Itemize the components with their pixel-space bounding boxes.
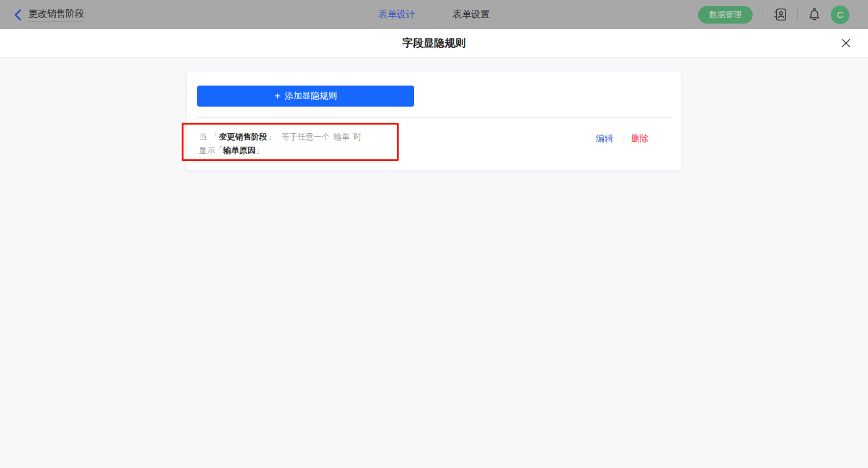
rule-action-label: 显示 [199,146,215,155]
rule-description: 当「变更销售阶段」等于任意一个输单时 显示「输单原因」 [199,130,361,157]
rule-target-field: 输单原因 [223,146,255,155]
notification-bell-icon[interactable] [808,7,821,22]
form-name-editable[interactable]: 更改销售阶段 [29,8,84,22]
bracket: 」 [255,146,264,155]
user-avatar[interactable]: C [831,6,849,24]
plus-icon: + [275,92,280,100]
contacts-book-icon[interactable] [773,7,787,22]
tab-form-settings[interactable]: 表单设置 [453,9,490,20]
add-rule-label: 添加显隐规则 [285,91,337,102]
topbar-left-group: 更改销售阶段 [14,0,84,29]
rules-card: + 添加显隐规则 当「变更销售阶段」等于任意一个输单时 显示「输单原因」 编辑 … [186,71,681,170]
rule-condition-field: 变更销售阶段 [219,132,267,141]
back-arrow-icon[interactable] [14,9,22,21]
edit-rule-link[interactable]: 编辑 [596,133,613,144]
rule-operator: 等于任意一个 [281,132,330,141]
field-visibility-rules-panel: + 添加显隐规则 当「变更销售阶段」等于任意一个输单时 显示「输单原因」 编辑 … [0,58,868,468]
topbar-right-group: 数据管理 C [698,0,849,29]
bracket: 「 [211,132,219,141]
card-divider [197,117,671,118]
rule-condition-line: 当「变更销售阶段」等于任意一个输单时 [199,130,361,144]
topbar-tabs: 表单设计 表单设置 [378,0,490,29]
add-rule-button[interactable]: + 添加显隐规则 [197,86,414,107]
data-manage-button[interactable]: 数据管理 [698,6,753,24]
topbar-divider [797,10,798,20]
actions-divider [622,135,622,143]
tab-form-design[interactable]: 表单设计 [378,9,415,20]
bracket: 「 [215,146,223,155]
topbar-divider [763,10,763,20]
rule-value: 输单 [334,132,350,141]
modal-header: 字段显隐规则 [0,29,868,58]
bracket: 」 [267,132,275,141]
rule-when-label: 当 [199,132,207,141]
rule-when-suffix: 时 [353,132,361,141]
rule-action-line: 显示「输单原因」 [199,144,361,157]
top-app-bar: 更改销售阶段 表单设计 表单设置 数据管理 C [0,0,868,29]
delete-rule-link[interactable]: 删除 [631,133,649,144]
close-icon[interactable] [839,37,852,50]
rule-actions: 编辑 删除 [596,133,649,144]
modal-title: 字段显隐规则 [402,36,466,50]
